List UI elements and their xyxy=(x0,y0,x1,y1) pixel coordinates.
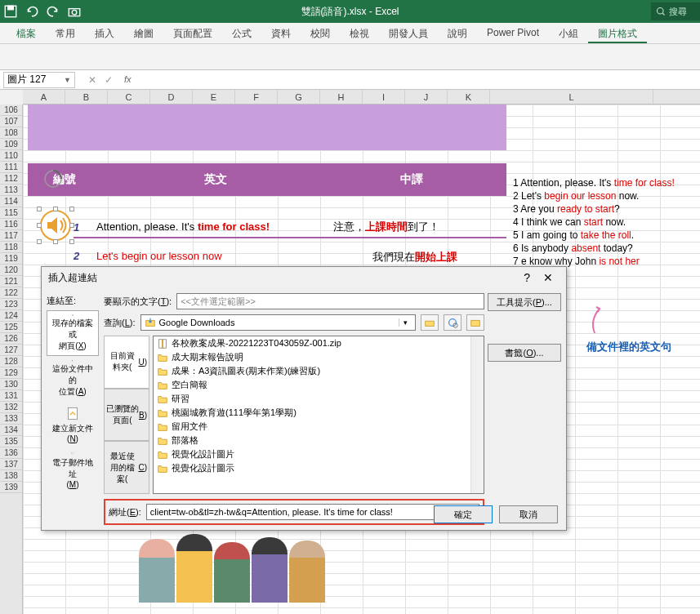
fx-icon[interactable]: fx xyxy=(124,74,132,86)
bookmark-button[interactable]: 書籤(O)... xyxy=(488,344,561,362)
file-item[interactable]: 視覺化設計圖示 xyxy=(154,461,484,475)
row-header[interactable]: 112 xyxy=(0,173,22,185)
cancel-button[interactable]: 取消 xyxy=(499,505,558,523)
tab-file[interactable]: 檔案 xyxy=(7,23,46,43)
col-header[interactable]: I xyxy=(363,90,405,104)
tab-pagelayout[interactable]: 頁面配置 xyxy=(163,23,222,43)
tooltip-button[interactable]: 工具提示(P)... xyxy=(488,293,561,311)
row-header[interactable]: 124 xyxy=(0,310,22,322)
row-header[interactable]: 138 xyxy=(0,470,22,482)
tab-data[interactable]: 資料 xyxy=(261,23,301,43)
row-header[interactable]: 125 xyxy=(0,322,22,333)
file-item[interactable]: 成果：A3資訊圖表(期末作業)(練習版) xyxy=(154,364,484,378)
link-type-button[interactable]: 建立新文件(N) xyxy=(47,402,99,447)
col-header[interactable]: L xyxy=(490,90,653,104)
file-list[interactable]: 各校教案成果-20221223T043059Z-001.zip成大期末報告說明成… xyxy=(153,336,484,494)
row-header[interactable]: 116 xyxy=(0,219,22,230)
lookin-combo[interactable]: Google Downloads ▾ xyxy=(140,314,416,331)
row-header[interactable]: 117 xyxy=(0,230,22,242)
tab-view[interactable]: 檢視 xyxy=(340,23,379,43)
col-header[interactable]: F xyxy=(235,90,278,104)
link-type-button[interactable]: 這份文件中的位置(A) xyxy=(47,356,99,402)
row-header[interactable]: 107 xyxy=(0,116,22,127)
file-item[interactable]: 部落格 xyxy=(154,434,484,447)
row-header[interactable]: 129 xyxy=(0,367,22,379)
save-icon[interactable] xyxy=(3,4,18,19)
browse-web-icon[interactable] xyxy=(444,314,461,331)
enter-icon[interactable]: ✓ xyxy=(105,74,113,86)
scrollbar[interactable] xyxy=(470,336,484,493)
file-item[interactable]: 研習 xyxy=(154,392,484,406)
browse-tab[interactable]: 已瀏覽的頁面(B) xyxy=(104,389,149,442)
tab-powerpivot[interactable]: Power Pivot xyxy=(477,23,549,43)
row-header[interactable]: 137 xyxy=(0,459,22,470)
up-folder-icon[interactable] xyxy=(421,314,439,331)
row-header[interactable]: 118 xyxy=(0,242,22,253)
row-header[interactable]: 109 xyxy=(0,139,22,150)
link-type-button[interactable]: 電子郵件地址(M) xyxy=(47,447,99,493)
file-item[interactable]: 空白簡報 xyxy=(154,378,484,392)
link-type-button[interactable]: 現存的檔案或網頁(X) xyxy=(47,310,99,356)
col-header[interactable]: K xyxy=(448,90,490,104)
cancel-icon[interactable]: ✕ xyxy=(88,74,96,86)
ok-button[interactable]: 確定 xyxy=(434,505,493,523)
undo-icon[interactable] xyxy=(25,4,39,19)
row-header[interactable]: 134 xyxy=(0,425,22,436)
tab-insert[interactable]: 插入 xyxy=(85,23,124,43)
col-header[interactable]: J xyxy=(405,90,448,104)
col-header[interactable]: H xyxy=(320,90,363,104)
row-header[interactable]: 123 xyxy=(0,299,22,310)
camera-icon[interactable] xyxy=(67,4,82,19)
redo-icon[interactable] xyxy=(46,4,60,19)
row-header[interactable]: 106 xyxy=(0,105,22,116)
row-header[interactable]: 121 xyxy=(0,276,22,287)
file-item[interactable]: 視覺化設計圖片 xyxy=(154,447,484,461)
file-item[interactable]: 各校教案成果-20221223T043059Z-001.zip xyxy=(154,336,484,350)
tab-home[interactable]: 常用 xyxy=(46,23,85,43)
tab-team[interactable]: 小組 xyxy=(549,23,588,43)
display-text-input[interactable] xyxy=(176,293,484,309)
row-header[interactable]: 120 xyxy=(0,265,22,276)
col-header[interactable]: C xyxy=(108,90,150,104)
browse-tab[interactable]: 目前資料夾(U) xyxy=(104,336,149,389)
row-header[interactable]: 122 xyxy=(0,287,22,299)
row-header[interactable]: 139 xyxy=(0,482,22,493)
row-header[interactable]: 113 xyxy=(0,185,22,196)
speaker-icon[interactable] xyxy=(39,209,72,242)
row-header[interactable]: 128 xyxy=(0,356,22,367)
row-header[interactable]: 119 xyxy=(0,253,22,265)
url-input[interactable]: client=tw-ob&tl=zh-tw&q=Attention, pleas… xyxy=(146,504,479,520)
name-box[interactable]: 圖片 127 ▼ xyxy=(3,72,75,88)
file-item[interactable]: 留用文件 xyxy=(154,420,484,434)
row-header[interactable]: 110 xyxy=(0,150,22,162)
row-header[interactable]: 126 xyxy=(0,333,22,345)
chevron-down-icon[interactable]: ▾ xyxy=(399,318,412,327)
row-header[interactable]: 115 xyxy=(0,207,22,219)
row-header[interactable]: 135 xyxy=(0,436,22,447)
browse-tab[interactable]: 最近使用的檔案(C) xyxy=(104,441,149,494)
file-item[interactable]: 桃園城教育遊(111學年第1學期) xyxy=(154,406,484,420)
search-box[interactable]: 搜尋 xyxy=(651,2,700,20)
col-header[interactable]: G xyxy=(278,90,320,104)
tab-pictureformat[interactable]: 圖片格式 xyxy=(588,23,647,43)
row-header[interactable]: 133 xyxy=(0,413,22,425)
row-header[interactable]: 132 xyxy=(0,402,22,413)
tab-developer[interactable]: 開發人員 xyxy=(379,23,438,43)
browse-file-icon[interactable] xyxy=(466,314,484,331)
file-item[interactable]: 成大期末報告說明 xyxy=(154,350,484,364)
help-icon[interactable]: ? xyxy=(517,271,537,284)
row-header[interactable]: 131 xyxy=(0,390,22,402)
tab-help[interactable]: 說明 xyxy=(438,23,477,43)
tab-draw[interactable]: 繪圖 xyxy=(124,23,163,43)
row-header[interactable]: 130 xyxy=(0,379,22,390)
col-header[interactable]: A xyxy=(23,90,65,104)
tab-review[interactable]: 校閱 xyxy=(301,23,340,43)
row-header[interactable]: 127 xyxy=(0,345,22,356)
close-icon[interactable]: ✕ xyxy=(537,271,560,284)
col-header[interactable]: E xyxy=(193,90,235,104)
tab-formulas[interactable]: 公式 xyxy=(222,23,261,43)
row-header[interactable]: 111 xyxy=(0,162,22,173)
col-header[interactable]: B xyxy=(65,90,108,104)
col-header[interactable]: D xyxy=(150,90,193,104)
chevron-down-icon[interactable]: ▼ xyxy=(64,76,71,84)
